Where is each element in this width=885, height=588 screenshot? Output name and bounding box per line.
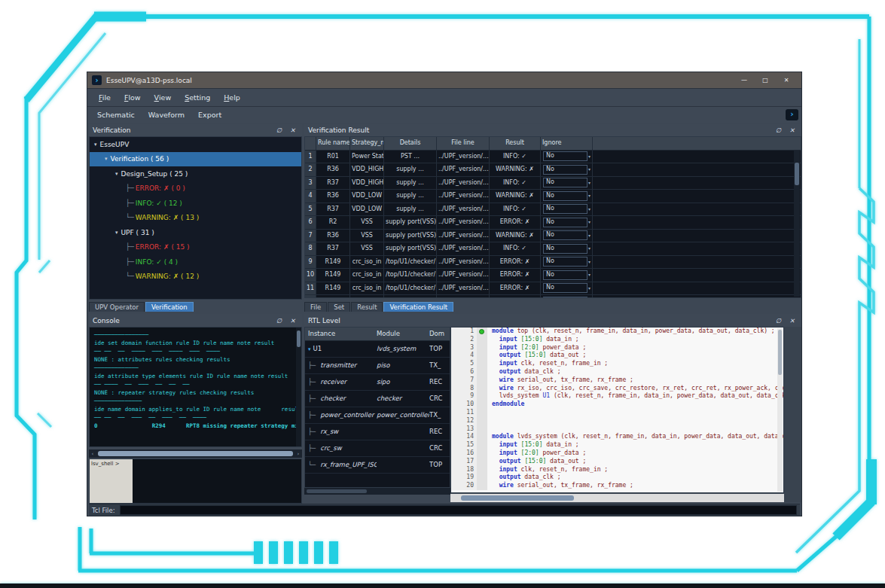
instance-row[interactable]: ├─ checkercheckerCRC [305,391,450,407]
tab-result[interactable]: Result [351,302,383,312]
close-panel-icon[interactable]: ✕ [789,317,798,324]
tree-item[interactable]: ▾EsseUPV [90,137,301,152]
ignore-cell[interactable]: No▾ [541,151,593,163]
table-row[interactable]: 8R37VSSsupply port(VSS) ...../UPF_versio… [305,242,801,256]
column-header[interactable]: Module [377,328,429,340]
tree-item[interactable]: ├─ INFO: ✓ ( 4 ) [90,254,301,270]
breakpoint-margin[interactable] [477,425,487,434]
breakpoint-margin[interactable] [477,360,487,368]
instance-row[interactable]: └─ rx_frame_UPF_ISOTOP [305,457,450,474]
menu-item-flow[interactable]: Flow [117,93,148,102]
ignore-cell[interactable]: No▾ [541,177,593,190]
console-vertical-scrollbar[interactable] [296,328,301,446]
float-panel-icon[interactable]: ∅ [776,126,784,134]
toolbar-more-button[interactable]: › [786,109,798,120]
ignore-dropdown[interactable]: No [543,230,587,240]
instance-row[interactable]: ├─ crc_swCRC [305,440,450,457]
ignore-cell[interactable]: No▾ [541,163,593,176]
tab-verification-result[interactable]: Verification Result [383,302,453,312]
tree-item[interactable]: ▾Verification ( 56 ) [90,152,301,167]
scroll-left-icon[interactable]: ‹ [89,451,96,457]
toolbar-item-schematic[interactable]: Schematic [90,111,142,119]
tree-item[interactable]: ├─ ERROR: ✗ ( 0 ) [90,181,301,197]
float-panel-icon[interactable]: ∅ [276,126,285,134]
instance-row[interactable]: ├─ receiversipoREC [305,374,450,391]
table-row[interactable]: 3R37VDD_HIGHsupply ...../UPF_version/...… [305,177,801,190]
column-header[interactable]: Dom [429,328,450,340]
float-panel-icon[interactable]: ∅ [776,317,784,324]
breakpoint-margin[interactable] [477,368,487,376]
breakpoint-margin[interactable] [477,409,487,417]
breakpoint-margin[interactable] [477,433,487,441]
tree-item[interactable]: ▾UPF ( 31 ) [90,225,301,240]
maximize-button[interactable]: □ [755,77,776,84]
ignore-cell[interactable]: No▾ [541,203,593,216]
scroll-right-icon[interactable]: › [294,451,302,457]
close-panel-icon[interactable]: ✕ [290,317,298,324]
tcl-file-input[interactable] [120,505,797,515]
breakpoint-margin[interactable] [477,482,487,490]
ignore-dropdown[interactable]: No [543,257,587,267]
ignore-dropdown[interactable]: No [543,283,587,293]
minimize-button[interactable]: — [734,77,755,84]
ignore-cell[interactable]: No▾ [541,269,593,282]
breakpoint-margin[interactable] [477,474,487,482]
menu-item-help[interactable]: Help [217,93,247,102]
column-header[interactable] [305,137,316,150]
ignore-cell[interactable]: No▾ [541,295,593,298]
scrollbar-thumb[interactable] [98,451,293,456]
breakpoint-margin[interactable] [477,466,487,474]
instance-row[interactable]: ├─ rx_swREC [305,424,450,440]
console-input-area[interactable]: lsv_shell > [89,459,302,504]
tree-item[interactable]: └─ WARNING: ✗ ( 13 ) [90,211,301,226]
ignore-dropdown[interactable]: No [543,165,587,175]
toolbar-item-waveform[interactable]: Waveform [142,111,191,119]
instance-row[interactable]: ├─ power_controllerpower_controllerTX_ [305,407,450,424]
menu-item-setting[interactable]: Setting [178,93,217,102]
breakpoint-margin[interactable] [477,417,487,425]
breakpoint-margin[interactable] [477,336,487,344]
ignore-cell[interactable]: No▾ [541,190,593,203]
breakpoint-margin[interactable] [477,352,487,360]
breakpoint-margin[interactable] [477,392,487,401]
ignore-dropdown[interactable]: No [543,244,587,254]
breakpoint-icon[interactable] [479,329,484,334]
instance-row[interactable]: ▾U1lvds_systemTOP [305,341,450,358]
ignore-cell[interactable]: No▾ [541,242,593,255]
instance-row[interactable]: ├─ transmitterpisoTX_ [305,358,450,374]
ignore-dropdown[interactable]: No [543,151,587,161]
tab-verification[interactable]: Verification [145,302,194,312]
tree-item[interactable]: ├─ INFO: ✓ ( 12 ) [90,196,301,211]
breakpoint-margin[interactable] [477,344,487,352]
table-row[interactable]: 1R01Power State...PST ...../UPF_version/… [305,151,801,164]
table-row[interactable]: 6R2VSSsupply port(VSS) ha...../UPF_versi… [305,216,801,230]
column-header[interactable]: File line [437,137,490,150]
table-row[interactable]: 11R149crc_iso_in/top/U1/checker/...../UP… [305,282,801,296]
tree-item[interactable]: └─ WARNING: ✗ ( 12 ) [90,270,301,285]
ignore-cell[interactable]: No▾ [541,216,593,229]
close-button[interactable]: ✕ [776,77,797,84]
ignore-dropdown[interactable]: No [543,178,587,187]
table-row[interactable]: 7R36VSSsupply port(VSS) no...../UPF_vers… [305,230,801,243]
scrollbar-thumb[interactable] [307,489,367,493]
menu-item-view[interactable]: View [148,93,179,102]
scrollbar-thumb[interactable] [778,330,782,375]
breakpoint-margin[interactable] [477,449,487,458]
scrollbar-thumb[interactable] [297,331,301,347]
column-header[interactable]: Ignore [541,137,593,150]
breakpoint-margin[interactable] [477,385,487,393]
table-row[interactable]: 10R149crc_iso_in/top/U1/checker/...../UP… [305,269,801,282]
float-panel-icon[interactable]: ∅ [276,317,285,324]
column-header[interactable]: Rule name [316,137,350,150]
result-vertical-scrollbar[interactable] [794,151,800,297]
ignore-cell[interactable]: No▾ [541,256,593,269]
tab-set[interactable]: Set [328,302,350,312]
console-horizontal-scrollbar[interactable]: ‹ › [89,449,302,458]
table-row[interactable]: 2R36VDD_HIGHsupply ...../UPF_version/...… [305,163,801,177]
menu-item-file[interactable]: File [92,93,117,102]
toolbar-item-export[interactable]: Export [191,111,228,119]
editor-horizontal-scrollbar[interactable] [450,494,784,502]
column-header[interactable]: Strategy_name [350,137,384,150]
tab-upv-operator[interactable]: UPV Operator [89,302,145,312]
breakpoint-margin[interactable] [477,401,487,409]
